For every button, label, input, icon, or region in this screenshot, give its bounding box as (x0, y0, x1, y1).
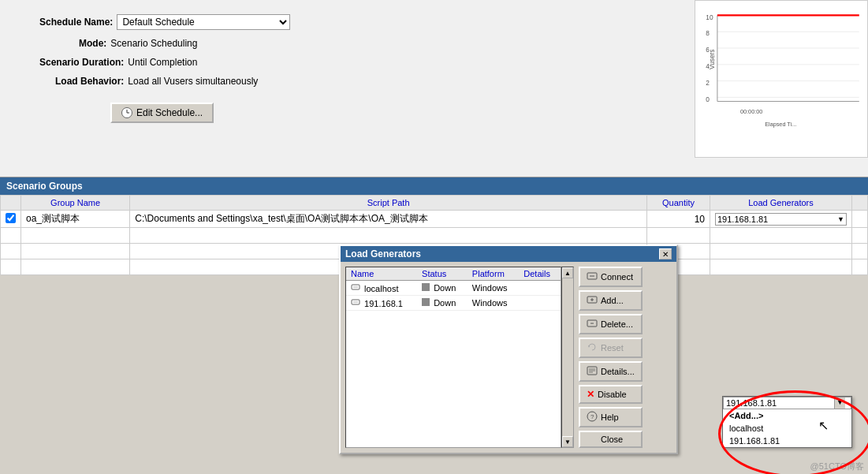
schedule-name-select[interactable]: Default Schedule (117, 14, 290, 30)
chart-area: 10 8 6 4 2 0 Vusers 00:00:00 Elapsed Ti.… (695, 0, 868, 158)
details-button[interactable]: Details... (579, 361, 643, 382)
dlg-cell-ip-platform: Windows (468, 296, 519, 311)
dialog-table-area: Name Status Platform Details (345, 267, 561, 448)
empty-gn3 (21, 259, 130, 275)
delete-button[interactable]: Delete... (579, 314, 643, 334)
row-checkbox-cell[interactable] (1, 211, 21, 228)
dlg-row-localhost[interactable]: localhost Down Windows (346, 281, 561, 296)
col-group-name: Group Name (21, 196, 130, 211)
dialog-buttons: Connect Add... Delete... Reset (579, 267, 643, 448)
help-icon: ? (587, 411, 598, 424)
dialog-title: Load Generators (345, 248, 421, 259)
empty-lg2 (710, 244, 852, 259)
row-checkbox[interactable] (6, 213, 16, 223)
dlg-row-ip[interactable]: 191.168.1 Down Windows (346, 296, 561, 311)
empty-q (647, 228, 710, 244)
status-icon-ip (422, 298, 430, 306)
lg-dropdown-arrow[interactable]: ▼ (837, 215, 844, 223)
scroll-up-arrow[interactable]: ▲ (562, 267, 573, 278)
mode-value: Scenario Scheduling (110, 38, 197, 49)
dialog-content: Name Status Platform Details (341, 262, 676, 453)
help-label: Help (601, 412, 619, 422)
connect-icon (587, 271, 598, 283)
load-behavior-label: Load Behavior: (55, 76, 124, 87)
svg-text:0: 0 (706, 95, 710, 103)
dlg-cell-localhost-platform: Windows (468, 281, 519, 296)
dlg-cell-localhost-status: Down (417, 281, 468, 296)
lg-dropdown-header: ▼ (723, 397, 851, 409)
connect-button[interactable]: Connect (579, 267, 643, 287)
details-label: Details... (601, 367, 635, 376)
col-quantity: Quantity (647, 196, 710, 211)
svg-text:8: 8 (706, 29, 710, 37)
close-label: Close (601, 435, 623, 444)
scenario-groups-header: Scenario Groups (0, 177, 868, 195)
dlg-cell-ip-status: Down (417, 296, 468, 311)
empty-check (1, 228, 21, 244)
empty-sp (130, 228, 647, 244)
lg-option-add[interactable]: <Add...> (723, 409, 851, 422)
top-section: Load Preview Schedule Name: Default Sche… (0, 0, 868, 177)
close-button[interactable]: Close (579, 431, 643, 448)
dialog-table-container: Name Status Platform Details (345, 267, 574, 448)
svg-text:?: ? (590, 413, 594, 420)
disable-label: Disable (598, 390, 627, 399)
svg-text:Elapsed Ti...: Elapsed Ti... (765, 121, 796, 128)
add-label: Add... (601, 296, 624, 305)
reset-button[interactable]: Reset (579, 338, 643, 358)
dlg-cell-ip-name: 191.168.1 (346, 296, 417, 311)
dlg-col-platform: Platform (468, 267, 519, 281)
reset-label: Reset (601, 343, 624, 353)
add-button[interactable]: Add... (579, 290, 643, 311)
edit-schedule-button[interactable]: Edit Schedule... (110, 103, 214, 123)
dlg-col-name: Name (346, 267, 417, 281)
lg-value: 191.168.1.81 (717, 215, 837, 224)
disable-icon: ✕ (587, 389, 594, 400)
watermark: @51CTO博客 (810, 461, 864, 472)
empty-ex2 (852, 244, 868, 259)
lg-dropdown-popup: ▼ <Add...> localhost 191.168.1.81 (722, 396, 852, 448)
scenario-groups-title: Scenario Groups (6, 181, 83, 192)
row-group-name: oa_测试脚本 (21, 211, 130, 228)
empty-gn2 (21, 244, 130, 259)
dialog-table: Name Status Platform Details (346, 267, 561, 311)
col-check (1, 196, 21, 211)
dlg-cell-localhost-name: localhost (346, 281, 417, 296)
row-script-path: C:\Documents and Settings\xa_test\桌面\OA测… (130, 211, 647, 228)
dlg-col-status: Status (417, 267, 468, 281)
lg-dropdown-input[interactable] (724, 397, 834, 409)
dialog-title-bar: Load Generators ✕ (341, 246, 676, 262)
table-row-empty-1 (1, 228, 868, 244)
delete-label: Delete... (601, 319, 633, 329)
dlg-cell-localhost-details (519, 281, 561, 296)
delete-icon (587, 318, 598, 330)
empty-lg3 (710, 259, 852, 275)
empty-gn (21, 228, 130, 244)
clock-icon (121, 107, 132, 118)
col-extra (852, 196, 868, 211)
dlg-cell-ip-details (519, 296, 561, 311)
row-load-generators[interactable]: 191.168.1.81 ▼ (710, 211, 852, 228)
lg-option-ip[interactable]: 191.168.1.81 (723, 435, 851, 447)
lg-dropdown-btn-arrow[interactable]: ▼ (834, 397, 845, 409)
row-extra (852, 211, 868, 228)
lg-option-localhost[interactable]: localhost (723, 422, 851, 435)
empty-lg (710, 228, 852, 244)
scroll-down-arrow[interactable]: ▼ (562, 436, 573, 447)
add-icon (587, 294, 598, 307)
dialog-scrollbar: ▲ ▼ (561, 267, 574, 448)
disable-button[interactable]: ✕ Disable (579, 385, 643, 404)
edit-schedule-label: Edit Schedule... (136, 107, 203, 118)
details-icon (587, 365, 598, 378)
col-load-generators: Load Generators (710, 196, 852, 211)
load-behavior-value: Load all Vusers simultaneously (128, 76, 258, 87)
help-button[interactable]: ? Help (579, 407, 643, 427)
col-script-path: Script Path (130, 196, 647, 211)
server-icon-localhost (351, 282, 360, 292)
table-row: oa_测试脚本 C:\Documents and Settings\xa_tes… (1, 211, 868, 228)
load-generators-dialog: Load Generators ✕ Name Status Platform D… (339, 244, 678, 454)
empty-check2 (1, 244, 21, 259)
svg-text:2: 2 (706, 79, 710, 87)
svg-text:00:00:00: 00:00:00 (740, 108, 762, 115)
dialog-close-button[interactable]: ✕ (659, 248, 672, 259)
